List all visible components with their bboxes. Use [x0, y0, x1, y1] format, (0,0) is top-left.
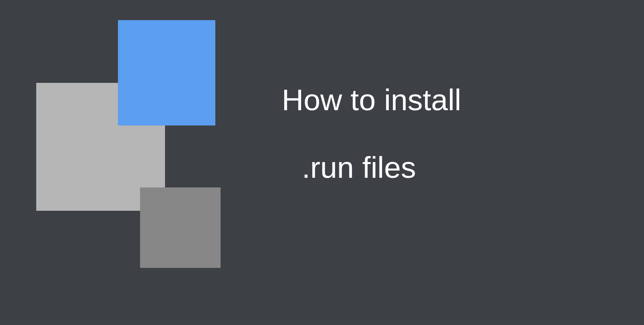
- decorative-square-dark: [140, 187, 221, 268]
- title-line-1: How to install: [282, 80, 461, 120]
- title-line-2: .run files: [302, 148, 461, 187]
- title-container: How to install .run files: [282, 80, 461, 187]
- decorative-square-blue: [118, 20, 215, 125]
- slide-canvas: How to install .run files: [0, 0, 644, 325]
